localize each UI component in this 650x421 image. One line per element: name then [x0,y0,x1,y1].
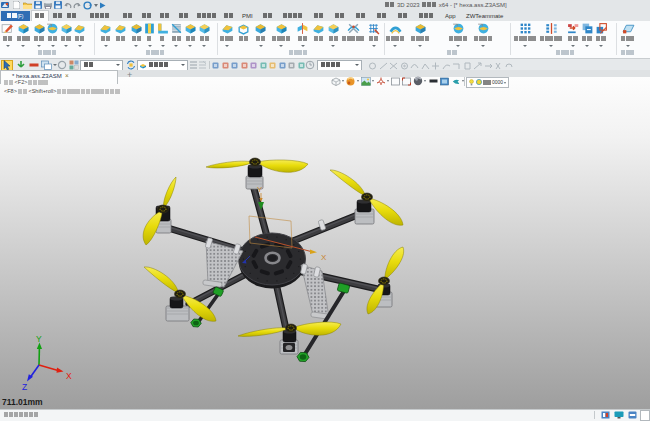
svg-text:X: X [66,371,72,381]
svg-text:Y: Y [36,334,42,344]
svg-text:Z: Z [22,382,27,392]
svg-text:Y: Y [257,185,263,194]
svg-text:X: X [321,253,327,262]
